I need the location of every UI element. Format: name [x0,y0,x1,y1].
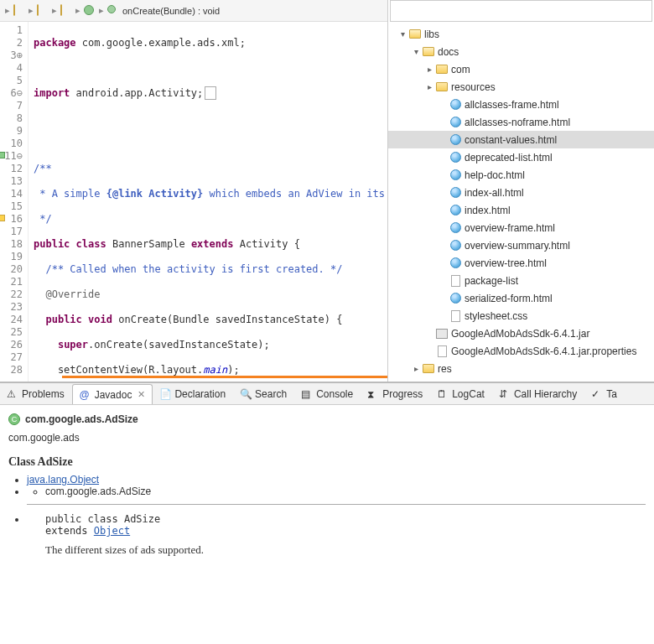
javadoc-class-heading: Class AdSize [8,455,646,469]
progress-icon: ⧗ [367,388,379,400]
bottom-tabs: ⚠Problems @Javadoc✕ 📄Declaration 🔍Search… [0,383,654,405]
javadoc-description: The different sizes of ads supported. [45,543,646,557]
chevron-right-icon: ▸ [5,5,10,16]
javadoc-fqname: com.google.ads.AdSize [45,486,646,497]
tasks-icon: ✓ [591,388,603,400]
logcat-icon: 🗒 [437,388,449,400]
tree-folder-resources[interactable]: ▸resources [388,78,654,96]
nav-icon[interactable] [13,5,25,17]
line-gutter: 1 2 3⊕ 4 5 6⊖ 7 8 9 10 11⊖ 12 13 14 15 1… [0,22,29,382]
warning-marker-icon [0,152,5,158]
tree-file[interactable]: index.html [388,201,654,219]
javadoc-title: com.google.ads.AdSize [25,413,138,425]
nav-icon[interactable] [37,5,49,17]
chevron-right-icon: ▸ [52,5,57,16]
javadoc-icon: @ [80,389,91,401]
tree-file[interactable]: constant-values.html [388,131,654,148]
nav-icon[interactable] [84,5,96,17]
tree-file[interactable]: allclasses-frame.html [388,96,654,113]
tree-folder-res[interactable]: ▸res [388,360,654,377]
console-icon: ▤ [301,388,313,400]
tree-file[interactable]: stylesheet.css [388,307,654,325]
tree-file[interactable]: deprecated-list.html [388,148,654,166]
tree-folder-libs[interactable]: ▾libs [388,25,654,43]
javadoc-signature: public class AdSize extends Object [45,513,646,537]
code-body[interactable]: package com.google.example.ads.xml; impo… [29,22,387,382]
tree-file[interactable]: serialized-form.html [388,289,654,307]
breadcrumb-method[interactable]: onCreate(Bundle) : void [122,6,220,16]
tab-problems[interactable]: ⚠Problems [0,383,72,405]
error-marker-icon [0,215,5,221]
tab-declaration[interactable]: 📄Declaration [153,383,233,405]
chevron-right-icon: ▸ [99,5,104,16]
problems-icon: ⚠ [7,388,18,400]
tab-javadoc[interactable]: @Javadoc✕ [72,384,153,406]
nav-icon[interactable] [60,5,72,17]
javadoc-object-link[interactable]: Object [94,525,130,537]
package-explorer: ▾libs ▾docs ▸com ▸resources allclasses-f… [388,0,654,382]
tree-file[interactable]: overview-frame.html [388,219,654,236]
tab-tasks[interactable]: ✓Ta [584,383,625,405]
declaration-icon: 📄 [159,388,171,400]
javadoc-view: C com.google.ads.AdSize com.google.ads C… [0,405,654,644]
call-hierarchy-icon: ⇵ [499,388,511,400]
javadoc-superclass-link[interactable]: java.lang.Object [27,474,99,486]
horizontal-scrollbar[interactable] [62,376,387,378]
tree-file[interactable]: allclasses-noframe.html [388,113,654,131]
tree-folder-docs[interactable]: ▾docs [388,43,654,60]
method-icon [107,5,119,17]
tree-filter-input[interactable] [390,0,652,22]
search-icon: 🔍 [240,388,252,400]
tree-file[interactable]: help-doc.html [388,166,654,184]
tab-search[interactable]: 🔍Search [233,383,294,405]
chevron-right-icon: ▸ [29,5,34,16]
editor-panel: ▸ ▸ ▸ ▸ ▸ onCreate(Bundle) : void 1 2 3⊕… [0,0,388,382]
tree-file[interactable]: overview-tree.html [388,254,654,272]
class-icon: C [8,413,20,425]
tab-logcat[interactable]: 🗒LogCat [430,383,492,405]
tree-jar[interactable]: GoogleAdMobAdsSdk-6.4.1.jar [388,325,654,342]
tree-folder-com[interactable]: ▸com [388,60,654,78]
tree-jar-props[interactable]: GoogleAdMobAdsSdk-6.4.1.jar.properties [388,342,654,360]
tab-progress[interactable]: ⧗Progress [361,383,430,405]
tree-file[interactable]: index-all.html [388,184,654,201]
tree-file[interactable]: package-list [388,272,654,289]
tree-file[interactable]: overview-summary.html [388,236,654,254]
chevron-right-icon: ▸ [75,5,80,16]
tab-callhierarchy[interactable]: ⇵Call Hierarchy [492,383,584,405]
close-icon[interactable]: ✕ [138,389,145,400]
javadoc-package: com.google.ads [8,432,646,444]
code-editor[interactable]: 1 2 3⊕ 4 5 6⊖ 7 8 9 10 11⊖ 12 13 14 15 1… [0,22,387,382]
tab-console[interactable]: ▤Console [294,383,361,405]
breadcrumb-bar: ▸ ▸ ▸ ▸ ▸ onCreate(Bundle) : void [0,0,387,22]
